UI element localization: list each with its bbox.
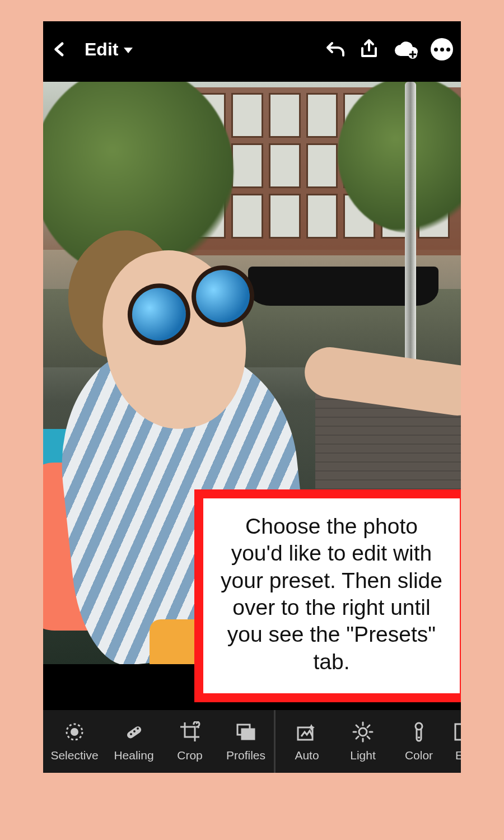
healing-icon	[123, 721, 145, 743]
tool-label: Ef	[455, 749, 461, 762]
effects-icon	[450, 721, 461, 743]
tool-effects-partial[interactable]: Ef	[447, 710, 461, 773]
tool-color[interactable]: Color	[391, 710, 447, 773]
svg-point-11	[416, 723, 422, 730]
share-button[interactable]	[359, 38, 379, 60]
chevron-down-icon	[124, 48, 133, 53]
instruction-callout: Choose the photo you'd like to edit with…	[194, 489, 461, 702]
profiles-icon	[235, 721, 257, 743]
mode-label: Edit	[85, 39, 118, 60]
svg-point-4	[130, 733, 132, 735]
tool-label: Healing	[114, 749, 153, 762]
back-button[interactable]	[51, 39, 68, 60]
tool-label: Crop	[177, 749, 203, 762]
svg-point-6	[137, 727, 139, 730]
tool-selective[interactable]: Selective	[43, 710, 106, 773]
tool-label: Auto	[295, 749, 319, 762]
selective-icon	[63, 721, 86, 743]
mode-dropdown[interactable]: Edit	[85, 39, 133, 60]
color-icon	[408, 721, 430, 743]
svg-point-2	[71, 728, 78, 736]
crop-icon	[179, 721, 201, 743]
tool-label: Profiles	[226, 749, 265, 762]
app-frame: Edit	[43, 21, 461, 773]
more-button[interactable]	[431, 38, 453, 60]
svg-point-5	[133, 730, 136, 732]
instruction-text: Choose the photo you'd like to edit with…	[219, 513, 444, 675]
undo-button[interactable]	[324, 40, 347, 59]
light-icon	[352, 721, 374, 743]
more-dot	[434, 48, 438, 52]
tool-auto[interactable]: Auto	[279, 710, 335, 773]
svg-rect-12	[455, 724, 461, 740]
auto-icon	[296, 721, 318, 743]
tool-label: Color	[405, 749, 433, 762]
tool-light[interactable]: Light	[335, 710, 391, 773]
tool-healing[interactable]: Healing	[106, 710, 162, 773]
tool-label: Light	[350, 749, 376, 762]
top-bar: Edit	[43, 21, 461, 77]
tool-profiles[interactable]: Profiles	[218, 710, 274, 773]
more-dot	[446, 48, 450, 52]
tool-crop[interactable]: Crop	[162, 710, 218, 773]
tool-label: Selective	[50, 749, 98, 762]
svg-rect-8	[242, 729, 254, 739]
svg-point-10	[359, 728, 367, 736]
more-dot	[440, 48, 444, 52]
cloud-add-button[interactable]	[391, 39, 418, 59]
bottom-toolbar[interactable]: Selective Healing Crop Profiles	[43, 710, 461, 773]
